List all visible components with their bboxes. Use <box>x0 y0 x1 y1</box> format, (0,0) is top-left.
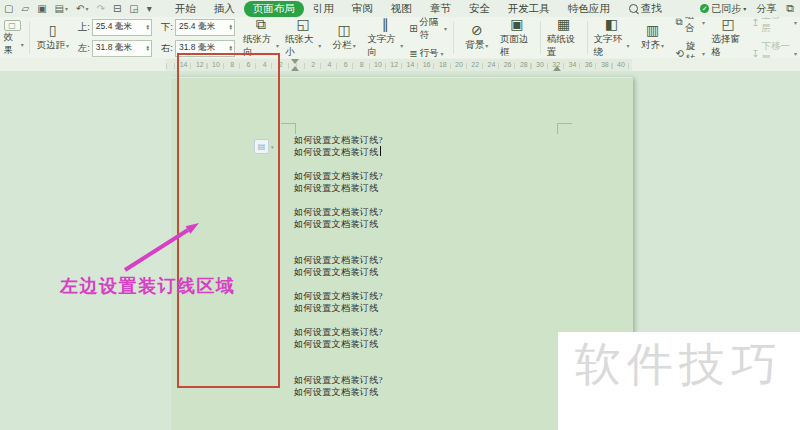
tab-插入[interactable]: 插入 <box>205 1 244 17</box>
纸张方向-button[interactable]: ⧉纸张方向▾ <box>240 17 282 58</box>
new-file-button[interactable]: ▢ <box>4 3 13 14</box>
button-label: 对齐▾ <box>641 39 664 52</box>
margin-bottom-value: 25.4 毫米 <box>179 21 215 33</box>
tab-章节[interactable]: 章节 <box>421 1 460 17</box>
find-button[interactable]: 查找 <box>629 2 662 16</box>
more-commands-button[interactable]: ▾ <box>147 3 152 14</box>
document-line[interactable]: 如何设置文档装订线? <box>294 170 383 182</box>
tab-开始[interactable]: 开始 <box>166 1 205 17</box>
tab-审阅[interactable]: 审阅 <box>343 1 382 17</box>
right-indent-marker[interactable] <box>553 66 561 71</box>
document-line[interactable]: 如何设置文档装订线 <box>294 266 383 278</box>
margin-right-stepper[interactable]: ▲▼ <box>229 45 233 52</box>
选择窗格-button[interactable]: ◰选择窗格 <box>708 17 748 58</box>
document-line[interactable]: 如何设置文档装订线? <box>294 254 383 266</box>
chevron-down-icon: ▾ <box>400 42 403 49</box>
document-line[interactable]: 如何设置文档装订线? <box>294 290 383 302</box>
tab-开发工具[interactable]: 开发工具 <box>499 1 559 17</box>
ruler-number: 14 <box>405 60 415 70</box>
背景-button[interactable]: ⊘背景▾ <box>457 17 497 58</box>
tab-安全[interactable]: 安全 <box>460 1 499 17</box>
label-text: 分隔符 <box>420 17 442 42</box>
tab-引用[interactable]: 引用 <box>304 1 343 17</box>
tab-视图[interactable]: 视图 <box>382 1 421 17</box>
ruler-number: 18 <box>438 60 448 70</box>
document-line[interactable]: 如何设置文档装订线 <box>294 146 383 158</box>
print-preview-button[interactable]: ◲ <box>129 3 138 14</box>
对齐-button[interactable]: ▥对齐▾ <box>633 17 673 58</box>
theme-效果-button[interactable]: 效果▾ <box>4 31 24 57</box>
tab-页面布局[interactable]: 页面布局 <box>244 1 304 17</box>
稿纸设置-button[interactable]: ▦稿纸设置 <box>544 17 584 58</box>
文字环绕-button[interactable]: ◧文字环绕▾ <box>591 17 633 58</box>
margin-top-input[interactable]: 25.4 毫米▲▼ <box>92 19 152 36</box>
open-file-button[interactable]: ▱ <box>21 3 29 14</box>
chevron-down-icon: ▾ <box>702 50 705 57</box>
margin-bottom-input[interactable]: 25.4 毫米▲▼ <box>175 19 235 36</box>
paper-size-icon: ◱ <box>296 17 309 32</box>
button-label: 选择窗格 <box>711 33 745 59</box>
document-paragraph[interactable]: 如何设置文档装订线?如何设置文档装订线 <box>294 254 383 278</box>
document-paragraph[interactable]: 如何设置文档装订线?如何设置文档装订线 <box>294 170 383 194</box>
纸张大小-button[interactable]: ◱纸张大小▾ <box>282 17 324 58</box>
page-layout-ribbon: 色▾体▾ ▢效果▾ ▯页边距▾上:25.4 毫米▲▼下:25.4 毫米▲▼左:3… <box>0 17 800 59</box>
组合-button[interactable]: ⧉组合▾ <box>676 17 706 35</box>
document-paragraph[interactable]: 如何设置文档装订线?如何设置文档装订线 <box>294 134 383 158</box>
switch-window-icon[interactable]: ⧉ <box>786 2 794 15</box>
ruler-number: 2 <box>310 60 316 70</box>
页面边框-button[interactable]: ▣页面边框 <box>497 17 537 58</box>
redo-button[interactable]: ↷ <box>96 3 104 14</box>
document-paragraph[interactable]: 如何设置文档装订线?如何设置文档装订线 <box>294 326 383 350</box>
search-icon <box>629 4 638 13</box>
分栏-button[interactable]: ◫分栏▾ <box>324 17 364 58</box>
bring-forward-icon: ↥ <box>751 17 759 28</box>
margin-top-label: 上: <box>78 21 90 34</box>
print-preview-icon: ◲ <box>129 3 138 14</box>
页边距-button[interactable]: ▯页边距▾ <box>33 17 73 58</box>
margin-left-stepper[interactable]: ▲▼ <box>145 45 149 52</box>
document-line[interactable]: 如何设置文档装订线 <box>294 338 383 350</box>
stack-group: ↥上移一层▾↧下移一层▾ <box>748 17 800 58</box>
document-line[interactable]: 如何设置文档装订线 <box>294 182 383 194</box>
menu-bar: ▢▱▣▤▾↶▾↷⊟◲▾ 开始插入页面布局引用审阅视图章节安全开发工具特色应用 查… <box>0 0 800 17</box>
ruler-number: 22 <box>470 60 480 70</box>
label-text: 选择窗格 <box>711 33 745 59</box>
button-label: 文字方向▾ <box>367 33 403 59</box>
document-line[interactable]: 如何设置文档装订线? <box>294 206 383 218</box>
group-icon: ⧉ <box>676 17 683 28</box>
document-line[interactable]: 如何设置文档装订线? <box>294 326 383 338</box>
margin-top-stepper[interactable]: ▲▼ <box>145 24 149 31</box>
tab-特色应用[interactable]: 特色应用 <box>559 1 619 17</box>
group-divider <box>540 21 541 54</box>
share-button[interactable]: 分享 <box>756 2 776 16</box>
document-line[interactable]: 如何设置文档装订线 <box>294 386 383 398</box>
document-paragraph[interactable]: 如何设置文档装订线?如何设置文档装订线 <box>294 206 383 230</box>
document-line[interactable]: 如何设置文档装订线 <box>294 218 383 230</box>
margin-corner-mark-left <box>281 123 296 134</box>
文字方向-button[interactable]: ∥文字方向▾ <box>364 17 406 58</box>
undo-button[interactable]: ↶▾ <box>76 3 88 14</box>
document-line[interactable]: 如何设置文档装订线? <box>294 134 383 146</box>
margin-bottom-stepper[interactable]: ▲▼ <box>229 24 233 31</box>
export-button[interactable]: ▤▾ <box>55 3 68 14</box>
save-icon: ▣ <box>37 3 46 14</box>
watermark-text: 软件技巧 <box>575 334 783 396</box>
button-label: 页边距▾ <box>36 39 69 52</box>
rotate-icon: ⟲ <box>676 48 684 59</box>
document-line[interactable]: 如何设置文档装订线 <box>294 302 383 314</box>
margin-left-input[interactable]: 31.8 毫米▲▼ <box>92 40 152 57</box>
print-button[interactable]: ⊟ <box>113 3 121 14</box>
document-paragraph[interactable]: 如何设置文档装订线?如何设置文档装订线 <box>294 374 383 398</box>
分隔符-button[interactable]: ⊞分隔符▾ <box>409 17 447 42</box>
document-paragraph[interactable]: 如何设置文档装订线?如何设置文档装订线 <box>294 290 383 314</box>
旋转-button[interactable]: ⟲旋转▾ <box>676 40 706 59</box>
background-icon: ⊘ <box>471 23 483 38</box>
document-line[interactable]: 如何设置文档装订线? <box>294 374 383 386</box>
left-indent-marker[interactable] <box>291 66 299 71</box>
sync-status-button[interactable]: ✓ 已同步 ▾ <box>700 2 746 16</box>
chevron-down-icon: ▾ <box>627 42 630 49</box>
margin-top-field: 上:25.4 毫米▲▼ <box>78 19 152 36</box>
save-button[interactable]: ▣ <box>37 3 46 14</box>
first-line-indent-marker[interactable] <box>291 59 299 64</box>
button-label: 文字环绕▾ <box>594 33 630 59</box>
